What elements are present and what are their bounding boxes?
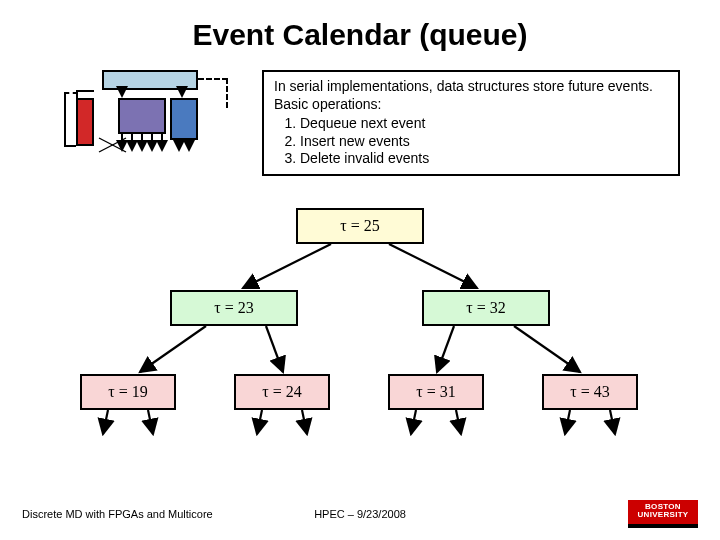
svg-line-13	[140, 326, 206, 372]
op-item: Insert new events	[300, 133, 668, 151]
svg-line-21	[411, 410, 416, 434]
svg-line-14	[266, 326, 283, 372]
op-item: Delete invalid events	[300, 150, 668, 168]
svg-line-17	[103, 410, 108, 434]
svg-line-23	[565, 410, 570, 434]
tree-leaf-lr: τ = 24	[234, 374, 330, 410]
svg-line-24	[610, 410, 615, 434]
logo-bot: UNIVERSITY	[628, 511, 698, 519]
tree-diagram: τ = 25 τ = 23 τ = 32 τ = 19 τ = 24 τ = 3…	[0, 194, 720, 454]
queue-diagram	[64, 70, 244, 160]
footer-center: HPEC – 9/23/2008	[314, 508, 406, 520]
tree-left: τ = 23	[170, 290, 298, 326]
svg-line-20	[302, 410, 307, 434]
bu-logo: BOSTON UNIVERSITY	[628, 500, 698, 528]
svg-line-19	[257, 410, 262, 434]
description-intro: In serial implementations, data structur…	[274, 78, 668, 113]
svg-line-12	[389, 244, 477, 288]
slide-title: Event Calendar (queue)	[0, 0, 720, 52]
tree-leaf-rl: τ = 31	[388, 374, 484, 410]
description-box: In serial implementations, data structur…	[262, 70, 680, 176]
tree-right: τ = 32	[422, 290, 550, 326]
operations-list: Dequeue next event Insert new events Del…	[300, 115, 668, 168]
tree-root: τ = 25	[296, 208, 424, 244]
footer-left: Discrete MD with FPGAs and Multicore	[22, 508, 213, 520]
tree-leaf-rr: τ = 43	[542, 374, 638, 410]
svg-line-18	[148, 410, 153, 434]
svg-line-22	[456, 410, 461, 434]
svg-line-16	[514, 326, 580, 372]
op-item: Dequeue next event	[300, 115, 668, 133]
svg-line-11	[243, 244, 331, 288]
tree-leaf-ll: τ = 19	[80, 374, 176, 410]
svg-line-15	[437, 326, 454, 372]
